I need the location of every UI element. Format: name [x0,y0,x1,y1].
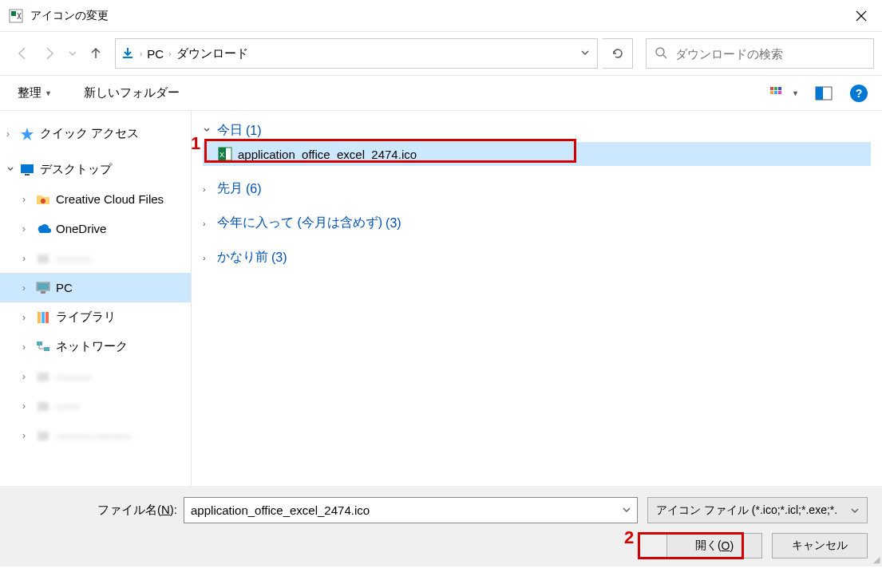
svg-rect-5 [778,87,781,90]
chevron-down-icon [851,504,859,517]
svg-point-13 [41,199,45,203]
svg-rect-16 [38,283,49,290]
breadcrumb-folder[interactable]: ダウンロード [176,46,248,61]
back-button[interactable] [11,42,34,65]
svg-rect-4 [774,87,777,90]
sidebar-item-desktop[interactable]: デスクトップ [0,155,191,184]
address-dropdown-icon[interactable] [581,49,589,58]
filename-input[interactable] [184,497,638,523]
svg-rect-25 [38,432,49,440]
body: › クイック アクセス デスクトップ › Creative Cloud File… [0,111,882,486]
sidebar-item-pc[interactable]: › PC [0,273,191,302]
network-icon [35,339,51,355]
breadcrumb-root[interactable]: PC [147,47,164,61]
help-button[interactable]: ? [850,85,868,102]
svg-rect-19 [42,312,45,323]
file-item[interactable]: X application_office_excel_2474.ico [203,142,871,166]
sidebar-item-onedrive[interactable]: › OneDrive [0,214,191,243]
file-list: 今日 (1) X application_office_excel_2474.i… [192,111,882,486]
recent-dropdown[interactable] [65,49,80,57]
resize-grip-icon[interactable]: ◢ [873,554,880,565]
address-bar[interactable]: › PC › ダウンロード [115,38,598,69]
filename-field[interactable] [191,503,623,517]
excel-ico-icon: X [217,146,233,162]
sidebar-item-hidden[interactable]: › ——— [0,243,191,273]
download-folder-icon [121,46,135,61]
svg-rect-21 [37,341,42,345]
sidebar-item-hidden[interactable]: › ——— ——— [0,420,191,450]
search-icon [655,46,667,61]
group-header-thisyear[interactable]: › 今年に入って (今月は含めず) (3) [203,211,871,235]
close-button[interactable] [843,4,879,28]
sidebar-item-creative-cloud[interactable]: › Creative Cloud Files [0,184,191,214]
view-options-button[interactable]: ▼ [769,86,799,101]
breadcrumb-separator-icon: › [168,49,171,58]
chevron-right-icon: › [203,184,217,194]
svg-rect-23 [38,373,49,381]
svg-rect-6 [770,91,773,94]
sidebar-item-network[interactable]: › ネットワーク [0,332,191,361]
svg-rect-24 [38,402,49,411]
search-input[interactable] [675,47,865,61]
cc-folder-icon [35,191,51,207]
toolbar: 整理▼ 新しいフォルダー ▼ ? [0,76,882,111]
sidebar-item-library[interactable]: › ライブラリ [0,302,191,332]
svg-rect-7 [774,91,777,94]
svg-rect-18 [38,312,41,323]
svg-rect-3 [770,87,773,90]
svg-rect-11 [21,164,34,173]
svg-rect-22 [44,347,49,351]
svg-rect-17 [41,291,45,294]
library-icon [35,310,51,326]
sidebar: › クイック アクセス デスクトップ › Creative Cloud File… [0,111,192,486]
window-title: アイコンの変更 [30,9,843,23]
breadcrumb-separator-icon: › [140,49,142,58]
desktop-icon [19,162,35,178]
preview-pane-button[interactable] [815,86,833,101]
chevron-right-icon: › [203,253,217,262]
file-name: application_office_excel_2474.ico [238,148,417,161]
svg-rect-20 [45,312,49,323]
annotation-label-2: 2 [624,527,634,548]
new-folder-button[interactable]: 新しいフォルダー [84,85,180,101]
group-lastmonth: › 先月 (6) [203,177,871,200]
annotation-label-1: 1 [191,133,200,154]
svg-rect-1 [11,11,16,16]
svg-rect-12 [25,174,30,176]
group-thisyear: › 今年に入って (今月は含めず) (3) [203,211,871,235]
forward-button[interactable] [38,42,61,65]
star-icon [19,126,35,142]
search-box[interactable] [646,38,874,69]
svg-text:X: X [220,151,224,159]
navbar: › PC › ダウンロード [0,32,882,76]
titlebar: アイコンの変更 [0,0,882,32]
chevron-down-icon [203,126,217,136]
up-button[interactable] [85,42,107,65]
svg-rect-8 [778,91,781,94]
open-button[interactable]: 開く(O) [666,533,762,558]
app-icon [8,8,24,24]
filetype-filter[interactable]: アイコン ファイル (*.ico;*.icl;*.exe;*. [647,497,868,523]
group-header-longago[interactable]: › かなり前 (3) [203,246,871,269]
chevron-right-icon: › [203,219,217,228]
filename-dropdown-icon[interactable] [623,506,631,515]
pc-icon [35,280,51,296]
group-today: 今日 (1) X application_office_excel_2474.i… [203,119,871,166]
refresh-button[interactable] [603,38,633,69]
svg-rect-10 [816,87,823,100]
svg-rect-14 [38,255,49,263]
group-longago: › かなり前 (3) [203,246,871,269]
filename-label: ファイル名(N): [97,503,177,518]
organize-menu[interactable]: 整理▼ [18,85,52,101]
group-header-today[interactable]: 今日 (1) [203,119,871,142]
sidebar-item-hidden[interactable]: › ——— [0,361,191,391]
svg-point-2 [656,48,664,56]
sidebar-item-hidden[interactable]: › —— [0,391,191,420]
onedrive-icon [35,221,51,237]
footer: ファイル名(N): アイコン ファイル (*.ico;*.icl;*.exe;*… [0,486,882,566]
cancel-button[interactable]: キャンセル [772,533,868,558]
group-header-lastmonth[interactable]: › 先月 (6) [203,177,871,200]
sidebar-item-quick-access[interactable]: › クイック アクセス [0,119,191,148]
